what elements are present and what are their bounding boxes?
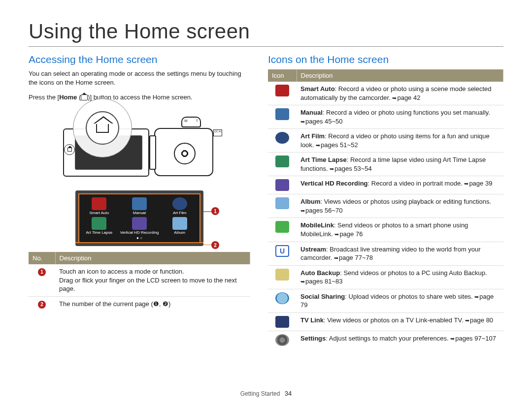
table-row: 2The number of the current page (❶, ❷) (29, 296, 250, 312)
hs-label: Album (174, 231, 185, 235)
table-row: UUstream: Broadcast live streaming video… (268, 242, 503, 265)
row-desc: Auto Backup: Send videos or photos to a … (297, 265, 503, 289)
smart-icon (275, 85, 289, 96)
artlapse-icon (92, 217, 106, 230)
manual-icon (132, 197, 147, 210)
row-desc: Art Time Lapse: Record a time lapse vide… (297, 153, 503, 176)
table-row: MobileLink: Send videos or photos to a s… (268, 218, 503, 242)
page-ref (450, 335, 455, 342)
row-desc: Manual: Record a video or photo using fu… (297, 105, 503, 129)
hs-label: Art Time Lapse (86, 231, 112, 235)
callout-2: 2 (211, 241, 219, 249)
album-icon (172, 217, 187, 230)
page-ref (474, 293, 479, 300)
row-desc: Album: Views videos or photos using play… (297, 194, 503, 218)
table-row: Settings: Adjust settings to match your … (268, 331, 503, 349)
artfilm-icon (172, 197, 187, 210)
page-ref (334, 230, 339, 238)
hs-icon-smart: Smart Auto (82, 197, 116, 215)
callout-table: No. Description 1Touch an icon to access… (29, 252, 250, 312)
ustream-icon: U (275, 245, 289, 257)
page-ref (300, 207, 305, 214)
page-ref (334, 254, 339, 261)
hs-label: Vertical HD Recording (120, 231, 159, 235)
hs-label: Manual (133, 211, 146, 215)
footer-section: Getting Started (240, 390, 280, 397)
table-row: Art Film: Record a video or photo using … (268, 129, 503, 153)
autobackup-icon (275, 269, 289, 281)
th-no: No. (29, 252, 55, 264)
page-ref (316, 141, 321, 149)
table-row: 1Touch an icon to access a mode or funct… (29, 264, 250, 296)
zoom-rocker: W T (181, 117, 201, 127)
hs-icon-manual: Manual (120, 197, 159, 215)
hs-label: Art Film (173, 211, 187, 215)
table-row: Smart Auto: Record a video or photo usin… (268, 82, 503, 105)
album-icon (275, 197, 289, 209)
row-desc: The number of the current page (❶, ❷) (55, 296, 250, 312)
hs-icon-artfilm: Art Film (163, 197, 197, 215)
row-desc: MobileLink: Send videos or photos to a s… (297, 218, 503, 242)
row-desc: Vertical HD Recording: Record a video in… (297, 176, 503, 194)
page-ref (330, 165, 334, 172)
table-row: Auto Backup: Send videos or photos to a … (268, 265, 503, 289)
home-icon-large (96, 123, 109, 133)
camcorder-illustration: DC IN W T (53, 106, 226, 185)
artlapse-icon (275, 156, 289, 167)
page-title: Using the Home screen (29, 20, 503, 43)
manual-icon (275, 108, 289, 120)
title-rule (29, 46, 503, 47)
socialshare-icon (275, 292, 289, 304)
th-description: Description (297, 69, 503, 82)
page-ref (300, 278, 305, 285)
settings-icon (275, 334, 289, 346)
zoom-t: T (196, 119, 198, 123)
tvlink-icon (275, 316, 289, 328)
page-ref (465, 316, 470, 324)
section-heading-icons: Icons on the Home screen (268, 54, 503, 65)
table-row: TV Link: View videos or photos on a TV L… (268, 312, 503, 331)
row-desc: Smart Auto: Record a video or photo usin… (297, 82, 503, 105)
page-footer: Getting Started 34 (0, 390, 532, 397)
intro-text: You can select an operating mode or acce… (29, 69, 250, 87)
smart-icon (92, 197, 106, 210)
press-instruction: Press the [Home ()] button to access the… (29, 94, 250, 101)
artfilm-icon (275, 132, 289, 144)
table-row: Vertical HD Recording: Record a video in… (268, 176, 503, 194)
row-desc: Social Sharing: Upload videos or photos … (297, 289, 503, 312)
th-icon: Icon (268, 69, 297, 82)
hs-label: Smart Auto (90, 211, 109, 215)
dc-in-label: DC IN (213, 129, 222, 136)
page-ref (392, 94, 397, 101)
zoom-w: W (184, 119, 188, 123)
row-desc: Touch an icon to access a mode or functi… (55, 264, 250, 296)
home-screen-mock: Smart AutoManualArt FilmArt Time LapseVe… (75, 190, 203, 246)
home-icon (81, 94, 88, 100)
page-indicator: ● ○ (82, 235, 197, 241)
row-desc: Ustream: Broadcast live streaming video … (297, 242, 503, 265)
table-row: Album: Views videos or photos using play… (268, 194, 503, 218)
hs-icon-vertical: Vertical HD Recording (120, 217, 159, 235)
home-screen-frame: Smart AutoManualArt FilmArt Time LapseVe… (75, 190, 203, 246)
row-desc: Settings: Adjust settings to match your … (297, 331, 503, 349)
vertical-icon (132, 217, 147, 230)
page-ref (464, 180, 469, 187)
row-number: 2 (38, 301, 46, 309)
press-gap: ( (77, 94, 81, 101)
table-row: Social Sharing: Upload videos or photos … (268, 289, 503, 312)
section-heading-access: Accessing the Home screen (29, 54, 250, 65)
hinge (149, 135, 156, 170)
row-desc: Art Film: Record a video or photo using … (297, 129, 503, 153)
row-desc: TV Link: View videos or photos on a TV L… (297, 312, 503, 331)
table-row: Manual: Record a video or photo using fu… (268, 105, 503, 129)
magnifier-callout (73, 98, 132, 157)
footer-page-number: 34 (285, 390, 292, 397)
home-button (64, 144, 75, 155)
hs-icon-album: Album (163, 217, 197, 235)
vertical-icon (275, 179, 289, 191)
th-desc: Description (55, 252, 250, 264)
hs-icon-artlapse: Art Time Lapse (82, 217, 116, 235)
press-home-bold: Home (59, 94, 77, 101)
page-ref (300, 118, 305, 125)
row-number: 1 (38, 268, 46, 276)
